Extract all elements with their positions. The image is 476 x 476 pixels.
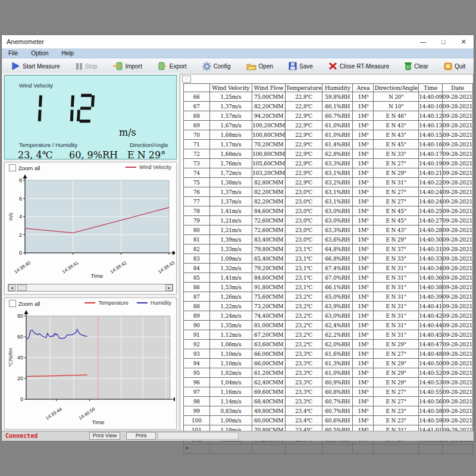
table-row[interactable]: 771,37m/s82,20CMM23,0℃63,1%RH1M³E N 27°1… bbox=[184, 197, 473, 206]
column-header[interactable] bbox=[184, 84, 210, 92]
table-row[interactable]: 831,09m/s65,40CMM23,1℃66,8%RH1M³E N 33°1… bbox=[184, 254, 473, 264]
table-row[interactable]: 791,21m/s72,60CMM23,0℃63,0%RH1M³E N 45°1… bbox=[184, 216, 473, 226]
table-row[interactable]: 701,68m/s100,80CMM22,9℃61,0%RH1M³E N 43°… bbox=[184, 130, 473, 140]
scrollbar-thumb[interactable] bbox=[17, 284, 27, 291]
table-cell: 105,60CMM bbox=[252, 159, 286, 168]
table-row[interactable]: 861,53m/s91,80CMM23,1℃66,1%RH1M³E N 31°1… bbox=[184, 283, 473, 292]
table-cell: 23,2℃ bbox=[286, 302, 322, 311]
scroll-left-arrow-icon[interactable]: ◄ bbox=[8, 284, 15, 291]
column-header[interactable]: Time bbox=[419, 84, 443, 92]
title-bar[interactable]: Anemometer —□✕ bbox=[2, 35, 474, 49]
table-cell: 60,00CMM bbox=[252, 416, 286, 425]
table-corner-tab[interactable]: .. bbox=[182, 76, 191, 83]
table-row[interactable]: 1001,00m/s60,00CMM23,4℃60,6%RH1M³E N 23°… bbox=[184, 416, 473, 425]
maximize-button[interactable]: □ bbox=[433, 36, 453, 48]
stop-button[interactable]: Stop bbox=[74, 60, 99, 73]
table-cell: 83 bbox=[184, 254, 210, 264]
save-button[interactable]: Save bbox=[287, 60, 314, 73]
table-row[interactable]: 691,67m/s100,20CMM22,9℃61,0%RH1M³E N 43°… bbox=[184, 121, 473, 130]
table-cell: 1,41m/s bbox=[209, 273, 252, 283]
legend-label: Humidity bbox=[151, 300, 171, 306]
table-row[interactable]: 981,14m/s68,40CMM23,3℃60,7%RH1M³E N 27°1… bbox=[184, 397, 473, 406]
minimize-button[interactable]: — bbox=[413, 36, 433, 48]
table-row[interactable]: 721,68m/s100,80CMM22,9℃62,8%RH1M³E N 33°… bbox=[184, 149, 473, 159]
table-row[interactable]: 971,16m/s69,60CMM23,3℃60,8%RH1M³E N 27°1… bbox=[184, 387, 473, 397]
table-cell: 09-28-2021 bbox=[443, 178, 473, 187]
column-header[interactable]: Date bbox=[443, 84, 473, 92]
table-row[interactable]: 661,25m/s75,00CMM22,8℃59,8%RH1M³N 20°14:… bbox=[184, 92, 473, 102]
table-row[interactable]: 681,57m/s94,20CMM22,9℃60,7%RH1M³E N 46°1… bbox=[184, 111, 473, 121]
table-row[interactable]: 821,33m/s79,80CMM23,1℃64,8%RH1M³E N 37°1… bbox=[184, 245, 473, 254]
print-button[interactable]: Print bbox=[126, 432, 156, 440]
table-row[interactable]: 751,38m/s82,80CMM22,9℃63,2%RH1M³E N 31°1… bbox=[184, 178, 473, 187]
table-cell: 09-28-2021 bbox=[443, 216, 473, 226]
scroll-right-arrow-icon[interactable]: ► bbox=[165, 284, 173, 291]
table-row[interactable]: 741,72m/s103,20CMM22,9℃63,1%RH1M³E N 29°… bbox=[184, 168, 473, 178]
column-header[interactable]: Wind Velocity bbox=[209, 84, 252, 92]
column-header[interactable]: Wind Flow bbox=[252, 84, 286, 92]
table-cell: 09-28-2021 bbox=[443, 292, 473, 302]
close-button[interactable]: ✕ bbox=[453, 36, 474, 48]
table-cell: N 20° bbox=[374, 92, 419, 102]
table-cell: 64,8%RH bbox=[322, 245, 353, 254]
menu-bar: FileOptionHelp bbox=[2, 49, 474, 58]
table-row[interactable]: 951,02m/s61,20CMM23,3℃61,0%RH1M³E N 29°1… bbox=[184, 368, 473, 378]
menu-option[interactable]: Option bbox=[24, 49, 55, 58]
menu-file[interactable]: File bbox=[2, 49, 24, 58]
import-button[interactable]: Import bbox=[111, 60, 143, 73]
table-cell: 14:40:48 bbox=[419, 349, 443, 359]
table-row[interactable]: 781,41m/s84,60CMM23,0℃63,0%RH1M³E N 45°1… bbox=[184, 206, 473, 216]
table-row[interactable]: 961,04m/s62,40CMM23,3℃60,9%RH1M³E N 29°1… bbox=[184, 378, 473, 387]
table-row[interactable]: 901,35m/s81,00CMM23,2℃62,4%RH1M³E N 31°1… bbox=[184, 321, 473, 330]
svg-text:m/s: m/s bbox=[8, 212, 14, 221]
table-row[interactable]: 761,37m/s82,20CMM23,0℃63,1%RH1M³E N 27°1… bbox=[184, 187, 473, 197]
table-cell: 84 bbox=[184, 264, 210, 273]
config-button[interactable]: Config bbox=[201, 60, 232, 73]
legend-entry-humidity: Humidity bbox=[137, 300, 171, 306]
table-row[interactable]: 841,32m/s79,20CMM23,1℃67,4%RH1M³E N 31°1… bbox=[184, 264, 473, 273]
quit-button[interactable]: Quit bbox=[443, 60, 466, 73]
table-row[interactable]: 671,37m/s82,20CMM22,8℃60,1%RH1M³N 10°14:… bbox=[184, 102, 473, 111]
chart1-horizontal-scrollbar[interactable]: ◄ ► bbox=[8, 284, 173, 292]
svg-text:0: 0 bbox=[19, 250, 22, 256]
table-cell: 1M³ bbox=[353, 349, 374, 359]
column-header[interactable]: Humidity bbox=[322, 84, 353, 92]
start-measure-button[interactable]: Start Measure bbox=[10, 60, 61, 73]
table-cell: 78 bbox=[184, 206, 210, 216]
column-header[interactable]: Direction/Angle bbox=[374, 84, 419, 92]
menu-help[interactable]: Help bbox=[55, 49, 81, 58]
table-cell: 23,3℃ bbox=[286, 387, 322, 397]
table-row[interactable]: 871,26m/s75,60CMM23,2℃65,0%RH1M³E N 31°1… bbox=[184, 292, 473, 302]
column-header[interactable]: Temperature bbox=[286, 84, 322, 92]
chart1-zoom-all-checkbox[interactable]: Zoom all bbox=[9, 164, 40, 171]
checkbox-icon[interactable] bbox=[9, 300, 16, 307]
table-empty-row[interactable]: * bbox=[184, 444, 473, 454]
table-row[interactable]: 891,24m/s74,40CMM23,2℃63,0%RH1M³E N 31°1… bbox=[184, 311, 473, 321]
close-rt-measure-button[interactable]: Close RT-Measure bbox=[327, 60, 390, 73]
checkbox-icon[interactable] bbox=[9, 164, 16, 171]
open-button[interactable]: Open bbox=[245, 60, 274, 73]
zoom-all-label: Zoom all bbox=[18, 165, 40, 171]
table-row[interactable]: 731,76m/s105,60CMM22,9℃63,3%RH1M³E N 27°… bbox=[184, 159, 473, 168]
lcd-direction-label: Direction/Angle bbox=[130, 142, 168, 148]
table-row[interactable]: 711,17m/s70,20CMM22,9℃61,4%RH1M³E N 45°1… bbox=[184, 140, 473, 149]
table-row[interactable]: 811,39m/s83,40CMM23,0℃63,6%RH1M³E N 29°1… bbox=[184, 235, 473, 245]
table-cell: 1M³ bbox=[353, 292, 374, 302]
chart2-zoom-all-checkbox[interactable]: Zoom all bbox=[9, 300, 40, 307]
table-cell: 14:40:42 bbox=[419, 311, 443, 321]
table-cell: 23,0℃ bbox=[286, 187, 322, 197]
column-header[interactable]: Area bbox=[353, 84, 374, 92]
table-cell bbox=[322, 444, 353, 454]
table-row[interactable]: 911,12m/s67,20CMM23,2℃62,2%RH1M³E N 31°1… bbox=[184, 330, 473, 340]
table-row[interactable]: 881,22m/s73,20CMM23,2℃63,9%RH1M³E N 31°1… bbox=[184, 302, 473, 311]
table-row[interactable]: 851,41m/s84,60CMM23,1℃67,0%RH1M³E N 31°1… bbox=[184, 273, 473, 283]
print-view-button[interactable]: Print View bbox=[89, 432, 120, 440]
table-row[interactable]: 941,10m/s66,00CMM23,3℃61,3%RH1M³E N 29°1… bbox=[184, 359, 473, 368]
table-row[interactable]: 921,06m/s63,60CMM23,2℃62,0%RH1M³E N 29°1… bbox=[184, 340, 473, 349]
table-row[interactable]: 931,10m/s66,00CMM23,3℃61,6%RH1M³E N 27°1… bbox=[184, 349, 473, 359]
table-row[interactable]: 801,21m/s72,60CMM23,0℃63,3%RH1M³E N 43°1… bbox=[184, 226, 473, 235]
table-cell: 79 bbox=[184, 216, 210, 226]
table-row[interactable]: 990,83m/s49,80CMM23,4℃60,7%RH1M³E N 23°1… bbox=[184, 406, 473, 416]
export-button[interactable]: Export bbox=[156, 60, 188, 73]
clear-button[interactable]: Clear bbox=[403, 60, 430, 73]
